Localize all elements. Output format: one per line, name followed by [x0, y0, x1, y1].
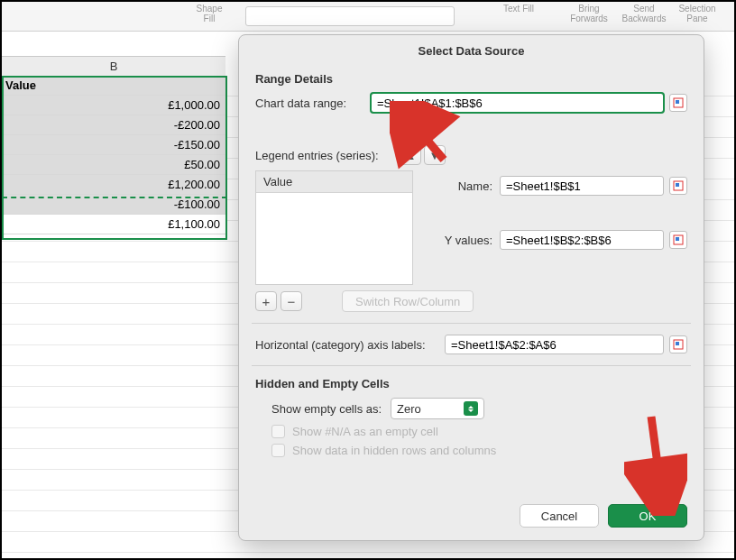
axis-labels-label: Horizontal (category) axis labels: [255, 338, 445, 352]
ribbon-group-bring-forwards[interactable]: Bring Forwards [566, 4, 612, 23]
switch-row-column-button: Switch Row/Column [342, 290, 474, 312]
cell-value: £1,100.00 [168, 217, 220, 231]
cell-b5[interactable]: £50.00 [2, 155, 225, 175]
chart-data-range-label: Chart data range: [255, 96, 371, 110]
switch-label: Switch Row/Column [355, 295, 460, 308]
cell-value: £1,000.00 [168, 98, 220, 112]
range-picker-icon[interactable] [669, 94, 687, 112]
series-name-label: Name: [435, 179, 500, 193]
series-yvalues-input[interactable] [500, 230, 664, 250]
show-empty-label: Show empty cells as: [271, 402, 382, 416]
ribbon-group-send-backwards[interactable]: Send Backwards [619, 4, 669, 23]
ribbon-group-shape-fill[interactable]: Shape Fill [191, 4, 227, 23]
divider [252, 365, 691, 366]
move-down-button[interactable]: ▼ [424, 145, 446, 165]
move-up-button[interactable]: ▲ [400, 145, 421, 165]
button-label: Cancel [541, 510, 577, 523]
ribbon-label: Text Fill [503, 4, 534, 14]
formula-bar[interactable] [245, 6, 455, 26]
range-picker-icon[interactable] [669, 177, 687, 195]
cell-b1[interactable]: Value [2, 76, 225, 96]
ok-button[interactable]: OK [608, 504, 687, 528]
show-empty-select[interactable]: Zero [391, 398, 484, 419]
axis-labels-input[interactable] [445, 335, 664, 354]
legend-item-label: Value [263, 175, 292, 188]
cell-b3[interactable]: -£200.00 [2, 115, 225, 135]
svg-rect-7 [676, 342, 679, 345]
range-details-heading: Range Details [255, 72, 704, 86]
ribbon-label: Send Backwards [622, 4, 667, 23]
cell-b2[interactable]: £1,000.00 [2, 96, 225, 115]
series-yvalues-label: Y values: [435, 234, 500, 247]
ribbon-group-text-fill[interactable]: Text Fill [498, 4, 539, 14]
range-picker-icon[interactable] [669, 231, 687, 249]
sheet-column-b: Value £1,000.00 -£200.00 -£150.00 £50.00… [2, 76, 225, 234]
svg-rect-3 [676, 183, 679, 187]
chart-data-range-input[interactable] [371, 93, 664, 113]
dialog-title: Select Data Source [239, 35, 704, 63]
cell-b8[interactable]: £1,100.00 [2, 215, 225, 234]
show-na-checkbox: Show #N/A as an empty cell [271, 425, 687, 438]
remove-series-button[interactable]: − [281, 291, 302, 311]
legend-series-item[interactable]: Value [256, 171, 412, 193]
checkbox-label: Show data in hidden rows and columns [292, 444, 496, 457]
ribbon-label: Shape Fill [197, 4, 223, 23]
cell-value: £50.00 [184, 158, 220, 171]
chevron-updown-icon [464, 401, 478, 416]
svg-rect-1 [676, 100, 679, 104]
ribbon-label: Selection Pane [678, 4, 715, 23]
select-data-source-dialog: Select Data Source Range Details Chart d… [238, 34, 704, 541]
button-label: OK [639, 510, 657, 523]
cell-b7[interactable]: -£100.00 [2, 195, 225, 215]
legend-series-list[interactable]: Value [255, 170, 413, 285]
column-letter: B [110, 60, 118, 73]
cell-value: -£200.00 [174, 118, 220, 132]
ribbon-label: Bring Forwards [570, 4, 608, 23]
select-value: Zero [397, 402, 421, 416]
ribbon: Shape Fill Text Fill Bring Forwards Send… [2, 2, 734, 32]
show-hidden-checkbox: Show data in hidden rows and columns [271, 444, 687, 457]
add-series-button[interactable]: + [255, 291, 277, 311]
range-picker-icon[interactable] [669, 335, 687, 353]
checkbox-icon [271, 425, 285, 438]
cell-value: -£150.00 [174, 138, 220, 151]
legend-entries-label: Legend entries (series): [255, 149, 400, 162]
cell-value: Value [5, 78, 36, 92]
checkbox-icon [271, 444, 285, 457]
divider [252, 323, 691, 324]
cell-value: -£100.00 [174, 197, 220, 211]
cell-value: £1,200.00 [168, 178, 220, 191]
svg-rect-5 [676, 237, 679, 241]
ribbon-group-selection-pane[interactable]: Selection Pane [675, 4, 720, 23]
cancel-button[interactable]: Cancel [520, 504, 599, 528]
checkbox-label: Show #N/A as an empty cell [292, 425, 438, 438]
cell-b6[interactable]: £1,200.00 [2, 175, 225, 195]
hidden-empty-heading: Hidden and Empty Cells [255, 377, 704, 390]
column-header-b[interactable]: B [2, 56, 225, 78]
series-name-input[interactable] [500, 176, 664, 196]
cell-b4[interactable]: -£150.00 [2, 135, 225, 155]
